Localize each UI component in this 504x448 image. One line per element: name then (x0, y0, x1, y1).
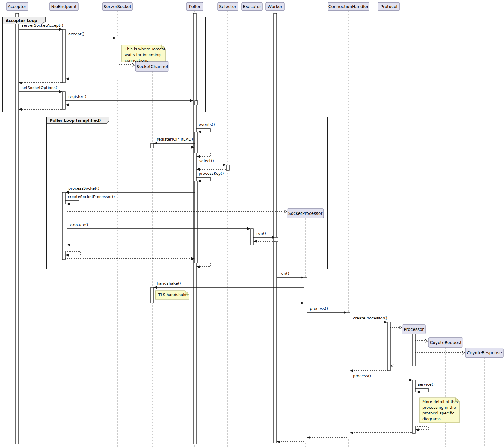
activation-bar (226, 165, 229, 170)
created-object-box (428, 338, 463, 347)
activation-bar (64, 204, 67, 251)
arrowhead (301, 276, 304, 279)
activation-bar (304, 277, 307, 443)
arrowhead (65, 78, 69, 80)
arrowhead (19, 82, 22, 84)
message-line-self (198, 263, 210, 267)
frame-tab (3, 17, 45, 24)
arrowhead (415, 429, 419, 431)
arrowhead (190, 99, 193, 102)
activation-bar (251, 229, 253, 245)
arrowhead (417, 391, 420, 393)
activation-bar (195, 181, 198, 263)
arrowhead (198, 180, 201, 182)
arrowhead (223, 164, 226, 166)
arrowhead (344, 311, 347, 314)
participant-box (242, 2, 262, 11)
message-line-self (198, 153, 210, 156)
arrowhead (67, 244, 70, 246)
participant-box (49, 2, 78, 11)
activation-bar (274, 13, 277, 443)
arrowhead (154, 142, 157, 145)
note-fold (185, 291, 189, 295)
arrowhead (59, 28, 62, 31)
activation-bar (414, 392, 417, 426)
arrowhead (65, 254, 69, 257)
arrowhead (196, 266, 200, 268)
message-line-self (65, 201, 79, 204)
arrowhead (65, 191, 69, 194)
diagram-canvas (0, 0, 504, 448)
activation-bar (16, 13, 19, 444)
arrowhead (277, 441, 280, 443)
activation-bar (195, 101, 198, 105)
frame-tab (47, 117, 109, 124)
activation-bar (347, 313, 350, 438)
message-line-self (196, 129, 210, 132)
activation-bar (151, 143, 154, 148)
activation-bar (412, 334, 415, 366)
message-line-self (415, 388, 428, 392)
participant-box (266, 2, 284, 11)
activation-bar (151, 287, 154, 303)
arrowhead (59, 90, 62, 93)
note-fold (455, 398, 459, 402)
sequence-diagram: Acceptor LoopPoller Loop (simplified)ser… (0, 0, 504, 448)
arrowhead (409, 379, 412, 381)
arrowhead (19, 108, 22, 111)
note-box (155, 291, 189, 299)
arrowhead (301, 302, 304, 304)
arrowhead (198, 131, 201, 133)
activation-bar (275, 237, 278, 242)
arrowhead (247, 227, 251, 230)
message-line-self (196, 177, 210, 181)
participant-box (6, 2, 28, 11)
arrowhead (113, 37, 116, 40)
arrowhead (350, 369, 353, 372)
note-box (122, 45, 165, 62)
activation-bar (116, 38, 119, 79)
created-object-box (465, 348, 503, 358)
participant-box (186, 2, 203, 11)
note-box (420, 398, 459, 423)
activation-bar (387, 322, 390, 371)
arrowhead (384, 321, 387, 324)
arrowhead (196, 155, 200, 158)
created-object-box (135, 62, 169, 71)
created-object-box (402, 325, 425, 334)
participant-box (218, 2, 238, 11)
arrowhead (196, 168, 200, 171)
activation-bar (62, 92, 65, 109)
message-line-self (67, 251, 80, 255)
arrowhead (307, 436, 310, 439)
created-object-box (287, 209, 324, 218)
arrowhead (350, 432, 353, 434)
participant-box (328, 2, 369, 11)
participant-box (102, 2, 132, 11)
activation-bar (62, 29, 65, 83)
arrowhead (65, 104, 69, 106)
arrowhead (154, 286, 157, 289)
arrowhead (67, 203, 70, 206)
activation-bar (195, 132, 198, 153)
participant-box (378, 2, 400, 11)
note-fold (162, 45, 165, 49)
frame-border (3, 17, 205, 112)
frame-border (47, 117, 327, 269)
arrowhead (253, 240, 257, 243)
